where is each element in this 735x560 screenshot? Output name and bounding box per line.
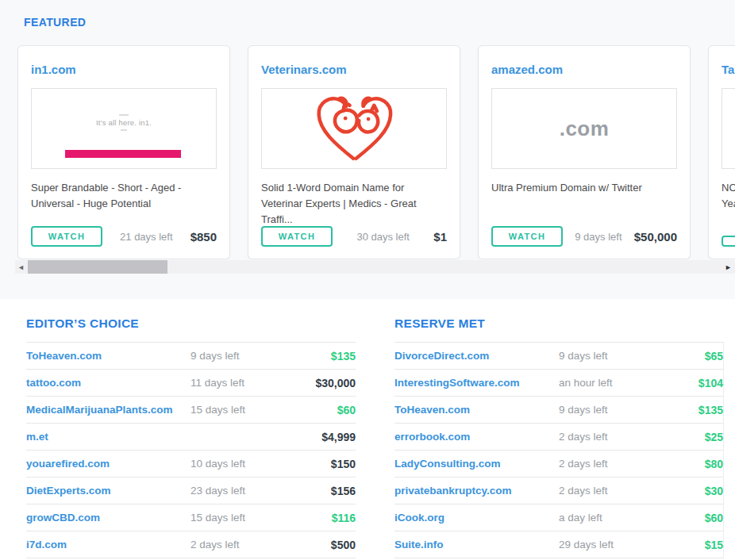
reserve-met-title: RESERVE MET [394, 316, 724, 331]
listing-description: Super Brandable - Short - Aged - Univers… [31, 180, 217, 212]
listing-price: $135 [698, 404, 723, 416]
listing-price: $4,999 [321, 431, 356, 443]
featured-section: FEATURED in1.com It’s all here. in1. Sup… [0, 0, 735, 299]
listing-row: DietExperts.com 23 days left $156 [26, 478, 356, 504]
listing-price: $25 [705, 431, 723, 443]
in1-deco-line [121, 129, 127, 131]
domain-link[interactable]: Ta [722, 63, 735, 76]
in1-artwork: It’s all here. in1. [96, 112, 152, 133]
listing-price: $104 [698, 377, 723, 389]
listing-price: $116 [332, 512, 356, 524]
domain-link[interactable]: LadyConsulting.com [394, 458, 501, 470]
listing-price: $150 [331, 458, 356, 470]
heart-pets-logo-icon [310, 90, 398, 167]
domain-link[interactable]: privatebankruptcy.com [394, 485, 512, 497]
featured-section-title: FEATURED [24, 16, 735, 29]
listing-row: Suite.info 29 days left $15 [394, 531, 723, 558]
time-left: 11 days left [190, 377, 244, 389]
listing-row: tattoo.com 11 days left $30,000 [26, 370, 356, 397]
time-left: 9 days left [190, 350, 240, 362]
featured-card-amazed: amazed.com .com Ultra Premium Domain w/ … [478, 45, 691, 259]
listing-row: errorbook.com 2 days left $25 [394, 424, 723, 451]
watch-button[interactable]: WATCH [31, 226, 102, 247]
listing-price: $50,000 [634, 230, 677, 244]
listing-image[interactable]: It’s all here. in1. [31, 88, 217, 169]
card-footer: WATCH 9 days left $50,000 [491, 226, 677, 247]
time-left: a day left [559, 512, 602, 524]
editors-choice-rows: ToHeaven.com 9 days left $135 tattoo.com… [26, 342, 356, 558]
listing-row: MedicalMarijuanaPlants.com 15 days left … [26, 397, 356, 424]
listing-description: Solid 1-Word Domain Name for Veterinar E… [261, 180, 447, 228]
domain-link[interactable]: iCook.org [394, 512, 444, 524]
watch-button[interactable]: WATCH [491, 226, 563, 247]
watch-button[interactable]: WATCH [261, 226, 333, 247]
domain-link[interactable]: i7d.com [26, 539, 67, 550]
time-left: 2 days left [559, 458, 608, 470]
scrollbar-thumb[interactable] [28, 260, 167, 274]
domain-link[interactable]: DietExperts.com [26, 485, 111, 497]
domain-link[interactable]: MedicalMarijuanaPlants.com [26, 404, 173, 416]
listing-price: $30,000 [315, 377, 356, 389]
time-left: 2 days left [559, 485, 608, 497]
reserve-met-rows: DivorceDirect.com 9 days left $65 Intere… [394, 342, 724, 558]
time-left: 10 days left [190, 458, 245, 470]
listing-price: $60 [337, 404, 356, 416]
time-left: 15 days left [190, 404, 245, 416]
watch-button[interactable] [722, 236, 735, 247]
listing-row: ToHeaven.com 9 days left $135 [26, 343, 356, 370]
listing-image[interactable] [261, 88, 447, 169]
listing-description: Ultra Premium Domain w/ Twitter [491, 180, 677, 196]
time-left: 9 days left [559, 404, 608, 416]
listing-price: $65 [705, 350, 723, 362]
card-footer: WATCH 21 days left $850 [31, 226, 217, 247]
domain-link[interactable]: Veterinars.com [261, 63, 447, 76]
listing-row: DivorceDirect.com 9 days left $65 [394, 343, 723, 370]
listing-row: iCook.org a day left $60 [394, 504, 723, 531]
time-left: 9 days left [559, 350, 608, 362]
time-left: 2 days left [190, 539, 240, 550]
horizontal-scrollbar[interactable]: ◄ ► [15, 260, 735, 274]
domain-link[interactable]: Suite.info [394, 539, 444, 550]
domain-link[interactable]: tattoo.com [26, 377, 81, 389]
listing-price: $156 [331, 485, 356, 497]
domain-link[interactable]: errorbook.com [394, 431, 470, 443]
listing-price: $60 [705, 512, 723, 524]
domain-link[interactable]: ToHeaven.com [394, 404, 470, 416]
listing-row: i7d.com 2 days left $500 [26, 531, 356, 558]
time-left: 2 days left [559, 431, 608, 443]
listing-price: $850 [190, 230, 217, 244]
domain-link[interactable]: ToHeaven.com [26, 350, 102, 362]
time-left: 9 days left [563, 231, 634, 243]
listing-price: $135 [331, 350, 356, 362]
time-left: 21 days left [102, 231, 190, 243]
domain-link[interactable]: InterestingSoftware.com [394, 377, 520, 389]
listing-price: $500 [331, 539, 356, 551]
listing-image[interactable]: .com [491, 88, 677, 169]
domain-link[interactable]: m.et [26, 431, 48, 443]
scroll-left-arrow-icon[interactable]: ◄ [15, 260, 27, 274]
card-footer [722, 236, 735, 247]
domain-link[interactable]: growCBD.com [26, 512, 100, 524]
listing-row: ToHeaven.com 9 days left $135 [394, 397, 723, 424]
editors-choice-column: EDITOR’S CHOICE ToHeaven.com 9 days left… [26, 316, 356, 558]
listing-description: NO Yea [722, 180, 735, 212]
in1-deco-line [119, 114, 129, 116]
scroll-right-arrow-icon[interactable]: ► [722, 260, 734, 274]
time-left: 23 days left [190, 485, 245, 497]
listing-image[interactable] [722, 88, 735, 169]
in1-slogan: It’s all here. in1. [96, 118, 152, 127]
editors-choice-title: EDITOR’S CHOICE [26, 316, 356, 331]
domain-link[interactable]: DivorceDirect.com [394, 350, 489, 362]
featured-card-clipped: Ta NO Yea [708, 45, 735, 259]
time-left: 15 days left [190, 512, 245, 524]
listing-row: privatebankruptcy.com 2 days left $30 [394, 478, 723, 504]
listing-row: InterestingSoftware.com an hour left $10… [394, 370, 723, 397]
in1-pink-bar [65, 150, 181, 158]
featured-card-veterinars: Veterinars.com [248, 45, 460, 259]
dotcom-text: .com [560, 117, 610, 141]
featured-cards-strip: in1.com It’s all here. in1. Super Branda… [0, 45, 735, 259]
listing-price: $1 [433, 230, 447, 244]
domain-link[interactable]: in1.com [31, 63, 217, 76]
domain-link[interactable]: youarefired.com [26, 458, 110, 470]
domain-link[interactable]: amazed.com [491, 63, 677, 76]
